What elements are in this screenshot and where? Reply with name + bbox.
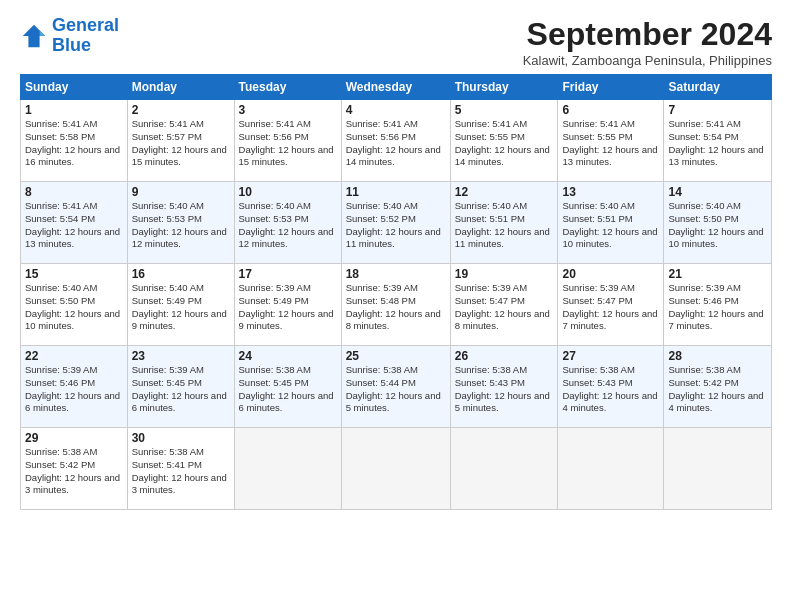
daylight-text: Daylight: 12 hours and 10 minutes.	[25, 308, 123, 334]
sunset-text: Sunset: 5:43 PM	[562, 377, 659, 390]
sunset-text: Sunset: 5:56 PM	[346, 131, 446, 144]
calendar-week-4: 22 Sunrise: 5:39 AM Sunset: 5:46 PM Dayl…	[21, 346, 772, 428]
day-info: Sunrise: 5:40 AM Sunset: 5:53 PM Dayligh…	[239, 200, 337, 251]
sunrise-text: Sunrise: 5:38 AM	[25, 446, 123, 459]
sunrise-text: Sunrise: 5:40 AM	[25, 282, 123, 295]
day-number: 22	[25, 349, 123, 363]
daylight-text: Daylight: 12 hours and 7 minutes.	[562, 308, 659, 334]
table-row: 24 Sunrise: 5:38 AM Sunset: 5:45 PM Dayl…	[234, 346, 341, 428]
sunrise-text: Sunrise: 5:40 AM	[346, 200, 446, 213]
sunset-text: Sunset: 5:54 PM	[25, 213, 123, 226]
day-info: Sunrise: 5:39 AM Sunset: 5:45 PM Dayligh…	[132, 364, 230, 415]
calendar-week-2: 8 Sunrise: 5:41 AM Sunset: 5:54 PM Dayli…	[21, 182, 772, 264]
sunset-text: Sunset: 5:51 PM	[455, 213, 554, 226]
calendar-week-3: 15 Sunrise: 5:40 AM Sunset: 5:50 PM Dayl…	[21, 264, 772, 346]
logo-text: General Blue	[52, 16, 119, 56]
table-row	[558, 428, 664, 510]
logo-icon	[20, 22, 48, 50]
daylight-text: Daylight: 12 hours and 7 minutes.	[668, 308, 767, 334]
sunset-text: Sunset: 5:47 PM	[562, 295, 659, 308]
day-number: 4	[346, 103, 446, 117]
daylight-text: Daylight: 12 hours and 4 minutes.	[668, 390, 767, 416]
day-info: Sunrise: 5:38 AM Sunset: 5:42 PM Dayligh…	[668, 364, 767, 415]
daylight-text: Daylight: 12 hours and 6 minutes.	[239, 390, 337, 416]
header-tuesday: Tuesday	[234, 75, 341, 100]
sunrise-text: Sunrise: 5:38 AM	[239, 364, 337, 377]
day-info: Sunrise: 5:38 AM Sunset: 5:43 PM Dayligh…	[562, 364, 659, 415]
daylight-text: Daylight: 12 hours and 14 minutes.	[346, 144, 446, 170]
calendar-week-5: 29 Sunrise: 5:38 AM Sunset: 5:42 PM Dayl…	[21, 428, 772, 510]
table-row: 6 Sunrise: 5:41 AM Sunset: 5:55 PM Dayli…	[558, 100, 664, 182]
sunset-text: Sunset: 5:50 PM	[25, 295, 123, 308]
sunrise-text: Sunrise: 5:39 AM	[455, 282, 554, 295]
sunrise-text: Sunrise: 5:40 AM	[132, 282, 230, 295]
day-info: Sunrise: 5:41 AM Sunset: 5:58 PM Dayligh…	[25, 118, 123, 169]
day-info: Sunrise: 5:41 AM Sunset: 5:55 PM Dayligh…	[455, 118, 554, 169]
sunset-text: Sunset: 5:53 PM	[132, 213, 230, 226]
sunset-text: Sunset: 5:42 PM	[668, 377, 767, 390]
daylight-text: Daylight: 12 hours and 13 minutes.	[25, 226, 123, 252]
day-number: 8	[25, 185, 123, 199]
day-info: Sunrise: 5:39 AM Sunset: 5:47 PM Dayligh…	[455, 282, 554, 333]
subtitle: Kalawit, Zamboanga Peninsula, Philippine…	[523, 53, 772, 68]
table-row: 4 Sunrise: 5:41 AM Sunset: 5:56 PM Dayli…	[341, 100, 450, 182]
calendar-header-row: Sunday Monday Tuesday Wednesday Thursday…	[21, 75, 772, 100]
table-row: 17 Sunrise: 5:39 AM Sunset: 5:49 PM Dayl…	[234, 264, 341, 346]
day-number: 29	[25, 431, 123, 445]
day-info: Sunrise: 5:40 AM Sunset: 5:50 PM Dayligh…	[668, 200, 767, 251]
sunrise-text: Sunrise: 5:41 AM	[239, 118, 337, 131]
sunrise-text: Sunrise: 5:41 AM	[562, 118, 659, 131]
sunset-text: Sunset: 5:45 PM	[132, 377, 230, 390]
table-row: 21 Sunrise: 5:39 AM Sunset: 5:46 PM Dayl…	[664, 264, 772, 346]
daylight-text: Daylight: 12 hours and 14 minutes.	[455, 144, 554, 170]
sunrise-text: Sunrise: 5:39 AM	[346, 282, 446, 295]
daylight-text: Daylight: 12 hours and 16 minutes.	[25, 144, 123, 170]
header-wednesday: Wednesday	[341, 75, 450, 100]
month-title: September 2024	[523, 16, 772, 53]
sunrise-text: Sunrise: 5:41 AM	[25, 118, 123, 131]
table-row: 27 Sunrise: 5:38 AM Sunset: 5:43 PM Dayl…	[558, 346, 664, 428]
day-number: 12	[455, 185, 554, 199]
sunset-text: Sunset: 5:56 PM	[239, 131, 337, 144]
table-row: 30 Sunrise: 5:38 AM Sunset: 5:41 PM Dayl…	[127, 428, 234, 510]
table-row: 7 Sunrise: 5:41 AM Sunset: 5:54 PM Dayli…	[664, 100, 772, 182]
day-number: 10	[239, 185, 337, 199]
day-info: Sunrise: 5:38 AM Sunset: 5:43 PM Dayligh…	[455, 364, 554, 415]
sunset-text: Sunset: 5:58 PM	[25, 131, 123, 144]
day-number: 19	[455, 267, 554, 281]
day-info: Sunrise: 5:38 AM Sunset: 5:41 PM Dayligh…	[132, 446, 230, 497]
sunrise-text: Sunrise: 5:39 AM	[668, 282, 767, 295]
day-info: Sunrise: 5:38 AM Sunset: 5:45 PM Dayligh…	[239, 364, 337, 415]
daylight-text: Daylight: 12 hours and 15 minutes.	[132, 144, 230, 170]
day-info: Sunrise: 5:41 AM Sunset: 5:55 PM Dayligh…	[562, 118, 659, 169]
day-number: 16	[132, 267, 230, 281]
sunrise-text: Sunrise: 5:38 AM	[132, 446, 230, 459]
sunset-text: Sunset: 5:42 PM	[25, 459, 123, 472]
day-info: Sunrise: 5:41 AM Sunset: 5:56 PM Dayligh…	[346, 118, 446, 169]
sunrise-text: Sunrise: 5:39 AM	[25, 364, 123, 377]
table-row: 28 Sunrise: 5:38 AM Sunset: 5:42 PM Dayl…	[664, 346, 772, 428]
day-info: Sunrise: 5:39 AM Sunset: 5:46 PM Dayligh…	[25, 364, 123, 415]
header-saturday: Saturday	[664, 75, 772, 100]
table-row: 16 Sunrise: 5:40 AM Sunset: 5:49 PM Dayl…	[127, 264, 234, 346]
daylight-text: Daylight: 12 hours and 5 minutes.	[346, 390, 446, 416]
day-number: 3	[239, 103, 337, 117]
day-info: Sunrise: 5:40 AM Sunset: 5:49 PM Dayligh…	[132, 282, 230, 333]
day-number: 6	[562, 103, 659, 117]
daylight-text: Daylight: 12 hours and 13 minutes.	[668, 144, 767, 170]
day-number: 1	[25, 103, 123, 117]
day-number: 2	[132, 103, 230, 117]
daylight-text: Daylight: 12 hours and 6 minutes.	[25, 390, 123, 416]
day-info: Sunrise: 5:41 AM Sunset: 5:54 PM Dayligh…	[668, 118, 767, 169]
day-number: 13	[562, 185, 659, 199]
day-info: Sunrise: 5:40 AM Sunset: 5:53 PM Dayligh…	[132, 200, 230, 251]
table-row: 5 Sunrise: 5:41 AM Sunset: 5:55 PM Dayli…	[450, 100, 558, 182]
daylight-text: Daylight: 12 hours and 10 minutes.	[562, 226, 659, 252]
sunrise-text: Sunrise: 5:38 AM	[668, 364, 767, 377]
day-number: 11	[346, 185, 446, 199]
day-number: 15	[25, 267, 123, 281]
sunset-text: Sunset: 5:43 PM	[455, 377, 554, 390]
sunset-text: Sunset: 5:49 PM	[239, 295, 337, 308]
sunset-text: Sunset: 5:55 PM	[455, 131, 554, 144]
daylight-text: Daylight: 12 hours and 3 minutes.	[132, 472, 230, 498]
